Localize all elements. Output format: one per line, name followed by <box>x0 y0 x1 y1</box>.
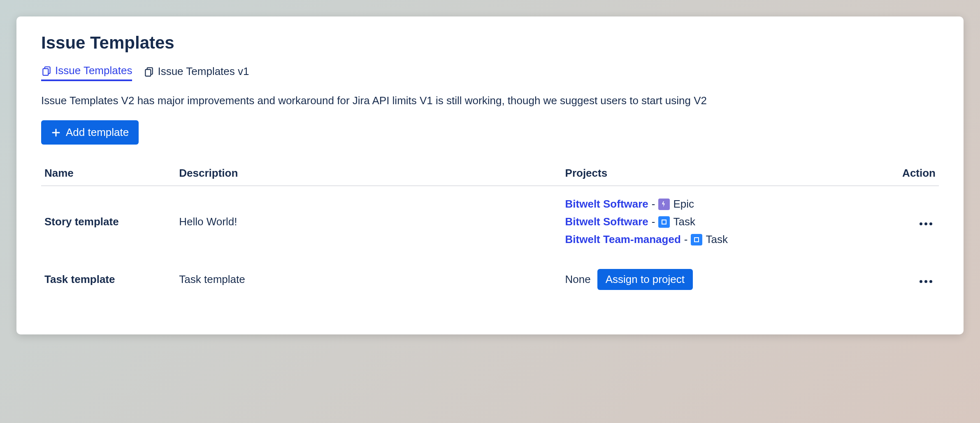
table-row: Task template Task template None Assign … <box>41 257 939 301</box>
tab-label: Issue Templates v1 <box>158 65 249 78</box>
copy-icon <box>144 66 154 77</box>
task-icon <box>658 216 670 228</box>
templates-table: Name Description Projects Action Story t… <box>41 161 939 301</box>
template-projects: None Assign to project <box>562 257 849 301</box>
col-name: Name <box>41 161 176 186</box>
page-description: Issue Templates V2 has major improvement… <box>41 93 939 109</box>
templates-card: Issue Templates Issue Templates Issue Te… <box>16 16 964 334</box>
svg-rect-6 <box>662 220 666 224</box>
task-icon <box>691 234 702 245</box>
col-description: Description <box>176 161 562 186</box>
epic-icon <box>658 199 670 210</box>
tabs-container: Issue Templates Issue Templates v1 <box>41 64 939 81</box>
more-icon <box>920 280 932 283</box>
project-link[interactable]: Bitwelt Team-managed <box>565 233 681 246</box>
template-name: Story template <box>41 186 176 257</box>
projects-none: None <box>565 273 591 286</box>
separator-dash: - <box>684 233 688 246</box>
tab-issue-templates[interactable]: Issue Templates <box>41 64 132 81</box>
issue-type-label: Epic <box>673 198 694 210</box>
template-description: Task template <box>176 257 562 301</box>
separator-dash: - <box>652 198 655 210</box>
svg-rect-7 <box>694 238 699 242</box>
project-item: Bitwelt Software - Task <box>565 215 846 228</box>
svg-rect-1 <box>43 68 48 75</box>
row-actions-button[interactable] <box>916 277 936 286</box>
separator-dash: - <box>652 215 655 228</box>
project-link[interactable]: Bitwelt Software <box>565 198 648 210</box>
project-item: Bitwelt Team-managed - Task <box>565 233 846 246</box>
plus-icon <box>51 128 61 138</box>
assign-to-project-button[interactable]: Assign to project <box>597 269 693 290</box>
tab-issue-templates-v1[interactable]: Issue Templates v1 <box>144 64 249 81</box>
col-action: Action <box>849 161 939 186</box>
add-template-button[interactable]: Add template <box>41 120 139 145</box>
add-template-label: Add template <box>66 126 129 139</box>
issue-type-label: Task <box>706 233 727 246</box>
template-name: Task template <box>41 257 176 301</box>
tab-label: Issue Templates <box>55 64 132 77</box>
more-icon <box>920 222 932 225</box>
project-item: Bitwelt Software - Epic <box>565 198 846 210</box>
template-projects: Bitwelt Software - Epic Bitwelt Software… <box>562 186 849 257</box>
project-link[interactable]: Bitwelt Software <box>565 215 648 228</box>
col-projects: Projects <box>562 161 849 186</box>
table-row: Story template Hello World! Bitwelt Soft… <box>41 186 939 257</box>
page-title: Issue Templates <box>41 33 939 53</box>
row-actions-button[interactable] <box>916 219 936 229</box>
copy-icon <box>41 65 52 76</box>
issue-type-label: Task <box>673 215 695 228</box>
template-description: Hello World! <box>176 186 562 257</box>
svg-rect-3 <box>146 69 151 76</box>
